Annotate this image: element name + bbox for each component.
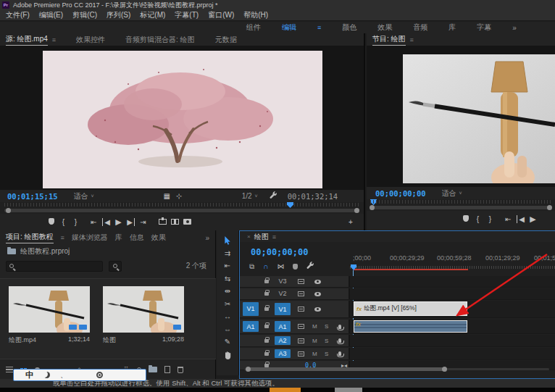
- toggle-output-eye-icon[interactable]: [314, 292, 321, 296]
- lock-icon[interactable]: [264, 339, 269, 343]
- voiceover-mic-icon[interactable]: [338, 338, 341, 343]
- track-label-v1[interactable]: V1: [275, 303, 291, 315]
- tab-libraries[interactable]: 库: [115, 233, 122, 243]
- source-scrub-area[interactable]: [0, 202, 364, 214]
- track-lane[interactable]: fx: [350, 320, 555, 333]
- solo-button[interactable]: S: [325, 323, 328, 330]
- ime-punctuation[interactable]: 、: [60, 370, 67, 380]
- program-zoom-handle-right[interactable]: [547, 205, 552, 210]
- mute-button[interactable]: M: [312, 323, 317, 330]
- workspace-libraries[interactable]: 库: [448, 22, 456, 33]
- tab-effect-controls[interactable]: 效果控件: [76, 35, 105, 45]
- tab-info[interactable]: 信息: [130, 233, 144, 243]
- export-frame-icon[interactable]: [181, 218, 193, 226]
- overwrite-icon[interactable]: [169, 218, 181, 226]
- program-scrub-area[interactable]: [367, 199, 555, 211]
- solo-button[interactable]: S: [325, 338, 328, 344]
- voiceover-mic-icon[interactable]: [338, 325, 341, 329]
- workspace-assembly[interactable]: 组件: [246, 22, 261, 33]
- pen-tool-icon[interactable]: ✎: [225, 338, 230, 346]
- nest-toggle-icon[interactable]: ⧉: [249, 262, 254, 271]
- sync-lock-icon[interactable]: [298, 306, 304, 312]
- clip-name[interactable]: 绘图.mp4: [9, 335, 36, 345]
- timeline-settings-wrench-icon[interactable]: [306, 262, 314, 271]
- tab-metadata[interactable]: 元数据: [215, 35, 237, 45]
- safe-margins-icon[interactable]: ▦: [161, 192, 173, 200]
- tab-overflow-icon[interactable]: »: [205, 234, 209, 242]
- ime-mode-chinese[interactable]: 中: [25, 370, 33, 380]
- video-clip[interactable]: fx 绘图.mp4 [V] [65%]: [354, 301, 467, 316]
- rolling-edit-tool-icon[interactable]: ⇆: [225, 275, 230, 283]
- track-label-a2[interactable]: A2: [275, 336, 291, 345]
- program-zoom-select[interactable]: 适合: [442, 188, 456, 199]
- add-marker-icon[interactable]: [293, 264, 298, 270]
- ime-fullwidth-moon-icon[interactable]: [43, 372, 50, 378]
- timeline-ruler[interactable]: ;00;00 00;00;29;29 00;00;59;28 00;01;29;…: [350, 251, 555, 270]
- workspace-titles[interactable]: 字幕: [477, 22, 491, 33]
- tab-audio-clip-mixer[interactable]: 音频剪辑混合器: 绘图: [125, 35, 195, 45]
- insert-icon[interactable]: [157, 218, 169, 226]
- clip-thumbnail[interactable]: [9, 286, 90, 333]
- workspace-effects[interactable]: 效果: [377, 22, 392, 33]
- button-editor-icon[interactable]: ⊹: [173, 192, 185, 200]
- panel-menu-icon[interactable]: ≡: [410, 36, 414, 43]
- menu-file[interactable]: 文件(F): [6, 10, 30, 20]
- menu-title[interactable]: 字幕(T): [175, 10, 199, 20]
- toggle-output-eye-icon[interactable]: [314, 307, 321, 312]
- solo-button[interactable]: S: [325, 351, 328, 357]
- timeline-hscrollbar[interactable]: [244, 366, 549, 372]
- source-patch-v1[interactable]: V1: [243, 302, 259, 315]
- lock-icon[interactable]: [264, 292, 269, 296]
- mute-button[interactable]: M: [312, 351, 317, 357]
- new-item-icon[interactable]: [164, 366, 170, 373]
- source-zoom-handle-right[interactable]: [354, 208, 359, 213]
- panel-menu-icon[interactable]: ≡: [52, 36, 56, 43]
- add-marker-icon[interactable]: [45, 218, 57, 226]
- sync-lock-icon[interactable]: [298, 324, 304, 329]
- lock-icon[interactable]: [264, 307, 269, 311]
- mark-out-icon[interactable]: }: [70, 218, 82, 226]
- workspace-overflow-icon[interactable]: »: [512, 24, 517, 32]
- panel-menu-icon[interactable]: ≡: [272, 233, 276, 241]
- project-breadcrumb[interactable]: 绘图教程.prproj: [0, 245, 215, 257]
- source-zoom-select[interactable]: 适合: [74, 191, 88, 201]
- sequence-thumbnail[interactable]: [103, 286, 184, 333]
- ripple-edit-tool-icon[interactable]: ⇤: [225, 262, 230, 270]
- hand-tool-icon[interactable]: [224, 351, 232, 359]
- rate-stretch-tool-icon[interactable]: ⇹: [225, 287, 230, 295]
- program-timecode[interactable]: 00;00;00;00: [375, 189, 426, 198]
- taskbar-app-orange[interactable]: [270, 388, 301, 392]
- voiceover-mic-icon[interactable]: [338, 351, 341, 356]
- go-to-in-icon[interactable]: ⇤: [88, 218, 100, 226]
- linked-selection-icon[interactable]: ⋈: [277, 262, 284, 270]
- track-lane[interactable]: fx 绘图.mp4 [V] [65%]: [350, 301, 555, 317]
- track-label-a3[interactable]: A3: [275, 349, 291, 358]
- audio-clip[interactable]: fx: [354, 320, 467, 333]
- play-button-icon[interactable]: ▶: [527, 214, 539, 224]
- tab-project[interactable]: 项目: 绘图教程: [6, 232, 54, 243]
- track-lane[interactable]: [350, 288, 555, 299]
- sequence-name[interactable]: 绘图: [103, 335, 116, 345]
- source-timecode[interactable]: 00;01;15;15: [7, 192, 58, 201]
- mark-in-icon[interactable]: {: [472, 215, 484, 223]
- scroll-handle-right[interactable]: [442, 367, 447, 372]
- list-view-icon[interactable]: [6, 367, 13, 373]
- sync-lock-icon[interactable]: [298, 351, 304, 356]
- track-label-a1[interactable]: A1: [275, 321, 291, 331]
- scroll-handle-left[interactable]: [246, 367, 251, 372]
- source-patch-a1[interactable]: A1: [243, 321, 259, 332]
- tab-effects[interactable]: 效果: [151, 233, 166, 243]
- tab-program[interactable]: 节目: 绘图: [372, 34, 406, 46]
- workspace-editing[interactable]: 编辑: [282, 22, 296, 33]
- add-button-icon[interactable]: +: [349, 218, 353, 226]
- selection-tool-icon[interactable]: [224, 236, 232, 244]
- razor-tool-icon[interactable]: ✂: [225, 300, 230, 308]
- close-icon[interactable]: ×: [247, 233, 251, 240]
- slip-tool-icon[interactable]: ↔: [224, 312, 231, 320]
- tab-source[interactable]: 源: 绘图.mp4: [6, 34, 48, 46]
- snap-magnet-icon[interactable]: ∩: [263, 262, 268, 270]
- tab-media-browser[interactable]: 媒体浏览器: [72, 233, 108, 243]
- project-bin-area[interactable]: 绘图.mp4 1;32;14: [0, 278, 216, 359]
- track-lane[interactable]: [350, 335, 555, 346]
- project-item-1[interactable]: 绘图.mp4 1;32;14: [9, 286, 94, 345]
